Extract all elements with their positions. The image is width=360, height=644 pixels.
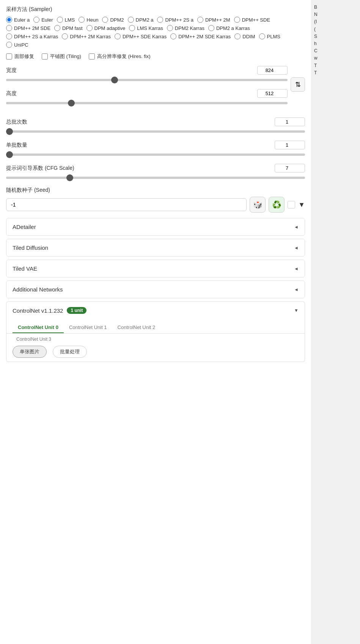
- sampler-radio-lms[interactable]: [57, 17, 63, 23]
- batch-size-value[interactable]: [275, 141, 305, 149]
- sampler-radio-euler_a[interactable]: [6, 17, 12, 23]
- sampler-radio-dpmfast[interactable]: [54, 25, 60, 31]
- sampler-radio-unipc[interactable]: [6, 42, 12, 48]
- cfg-scale-slider[interactable]: [6, 177, 305, 179]
- sampler-option-plms[interactable]: PLMS: [259, 33, 280, 39]
- sampler-option-dpmpp2sa[interactable]: DPM++ 2S a: [157, 17, 193, 23]
- controlnet-subtab-unit3[interactable]: ControlNet Unit 3: [13, 335, 55, 343]
- sampler-radio-heun[interactable]: [79, 17, 85, 23]
- sampler-radio-dpm2[interactable]: [102, 17, 108, 23]
- controlnet-sub-tabs: ControlNet Unit 3: [6, 334, 305, 343]
- height-value[interactable]: [257, 89, 288, 98]
- accordion-header-tiled_vae[interactable]: Tiled VAE ◄: [6, 260, 305, 277]
- recycle-button[interactable]: ♻️: [269, 197, 285, 213]
- accordion-label-tiled_diffusion: Tiled Diffusion: [13, 244, 48, 251]
- checkbox-face_restore[interactable]: 面部修复: [6, 53, 34, 60]
- width-section: 宽度: [6, 66, 288, 84]
- height-slider[interactable]: [6, 102, 288, 104]
- batch-count-slider[interactable]: [6, 130, 305, 133]
- sampler-radio-dpm2akarras[interactable]: [208, 25, 214, 31]
- sampler-radio-dpm2karras[interactable]: [167, 25, 173, 31]
- controlnet-mode-batch[interactable]: 批量处理: [53, 346, 87, 358]
- controlnet-tabs: ControlNet Unit 0ControlNet Unit 1Contro…: [6, 319, 305, 334]
- sampler-option-dpmpp2m[interactable]: DPM++ 2M: [197, 17, 230, 23]
- sampler-radio-dpmpp2sakarras[interactable]: [6, 33, 12, 39]
- checkbox-input-hires_fix[interactable]: [89, 53, 95, 60]
- sampler-option-euler_a[interactable]: Euler a: [6, 17, 30, 23]
- seed-checkbox[interactable]: [288, 201, 295, 208]
- checkbox-input-face_restore[interactable]: [6, 53, 12, 60]
- width-value[interactable]: [257, 66, 288, 75]
- controlnet-tab-unit0[interactable]: ControlNet Unit 0: [13, 322, 64, 333]
- sampler-radio-dpmpp2sa[interactable]: [157, 17, 163, 23]
- batch-size-slider[interactable]: [6, 154, 305, 156]
- checkbox-tiling[interactable]: 平铺图 (Tiling): [42, 53, 81, 60]
- accordion-adetailer: ADetailer ◄: [6, 218, 305, 236]
- checkbox-input-tiling[interactable]: [42, 53, 48, 60]
- sampler-option-dpmpp2sakarras[interactable]: DPM++ 2S a Karras: [6, 33, 58, 39]
- height-header: 高度: [6, 89, 288, 98]
- accordion-header-additional_networks[interactable]: Additional Networks ◄: [6, 281, 305, 298]
- sampler-option-dpm2akarras[interactable]: DPM2 a Karras: [208, 25, 250, 31]
- sampler-radio-dpm2a[interactable]: [128, 17, 134, 23]
- dice-button[interactable]: 🎲: [250, 197, 266, 213]
- sampler-option-ddim[interactable]: DDIM: [234, 33, 255, 39]
- accordion-arrow-adetailer: ◄: [294, 224, 299, 230]
- controlnet-header[interactable]: ControlNet v1.1.232 1 unit ▼: [6, 301, 305, 319]
- cfg-scale-header: 提示词引导系数 (CFG Scale): [6, 164, 305, 172]
- width-slider[interactable]: [6, 79, 288, 81]
- sampler-option-dpmpp2msde[interactable]: DPM++ 2M SDE: [6, 25, 50, 31]
- side-panel: BN(I(ShCwTT: [311, 0, 360, 644]
- sampler-radio-dpmppsde[interactable]: [234, 17, 240, 23]
- checkbox-label-face_restore: 面部修复: [14, 53, 34, 60]
- sampler-option-euler[interactable]: Euler: [33, 17, 53, 23]
- checkbox-hires_fix[interactable]: 高分辨率修复 (Hires. fix): [89, 53, 151, 60]
- batch-count-value[interactable]: [275, 118, 305, 126]
- accordion-header-adetailer[interactable]: ADetailer ◄: [6, 218, 305, 235]
- sampler-label-dpm2a: DPM2 a: [136, 17, 154, 23]
- sampler-radio-lmskarras[interactable]: [129, 25, 135, 31]
- controlnet-tab-unit1[interactable]: ControlNet Unit 1: [64, 322, 112, 333]
- sampler-option-unipc[interactable]: UniPC: [6, 42, 28, 48]
- sampler-option-dpm2[interactable]: DPM2: [102, 17, 124, 23]
- sampler-option-lms[interactable]: LMS: [57, 17, 75, 23]
- sampler-radio-dpmpp2msdekarras[interactable]: [170, 33, 176, 39]
- sampler-label-dpmpp2sakarras: DPM++ 2S a Karras: [14, 34, 58, 39]
- sampler-label-dpmppsdekarras: DPM++ SDE Karras: [123, 34, 167, 39]
- sampler-radio-plms[interactable]: [259, 33, 265, 39]
- sampler-radio-dpmpp2mkarras[interactable]: [62, 33, 68, 39]
- accordion-header-tiled_diffusion[interactable]: Tiled Diffusion ◄: [6, 239, 305, 256]
- sampler-option-heun[interactable]: Heun: [79, 17, 98, 23]
- sampler-option-dpmfast[interactable]: DPM fast: [54, 25, 82, 31]
- sampler-radio-euler[interactable]: [33, 17, 39, 23]
- sampler-option-dpmppsde[interactable]: DPM++ SDE: [234, 17, 270, 23]
- controlnet-arrow: ▼: [294, 308, 299, 313]
- sampler-radio-dpmppsdekarras[interactable]: [115, 33, 121, 39]
- sampler-option-lmskarras[interactable]: LMS Karras: [129, 25, 163, 31]
- sampler-radio-dpmadaptive[interactable]: [86, 25, 93, 31]
- sampler-label-dpmpp2msde: DPM++ 2M SDE: [14, 25, 50, 31]
- sampler-label: 采样方法 (Sampler): [6, 6, 305, 13]
- sampler-option-dpmpp2mkarras[interactable]: DPM++ 2M Karras: [62, 33, 111, 39]
- batch-count-section: 总批次数: [6, 118, 305, 135]
- sampler-option-dpm2a[interactable]: DPM2 a: [128, 17, 154, 23]
- sampler-radio-ddim[interactable]: [234, 33, 241, 39]
- sampler-option-dpm2karras[interactable]: DPM2 Karras: [167, 25, 204, 31]
- controlnet-mode-single[interactable]: 单张图片: [13, 346, 47, 358]
- sampler-radio-dpmpp2m[interactable]: [197, 17, 203, 23]
- sampler-option-dpmppsdekarras[interactable]: DPM++ SDE Karras: [115, 33, 167, 39]
- wh-sliders: 宽度 高度: [6, 66, 288, 112]
- cfg-scale-value[interactable]: [275, 164, 305, 172]
- sampler-option-dpmadaptive[interactable]: DPM adaptive: [86, 25, 126, 31]
- seed-dropdown-arrow[interactable]: ▼: [298, 201, 305, 209]
- seed-input[interactable]: [6, 198, 247, 211]
- sampler-option-dpmpp2msdekarras[interactable]: DPM++ 2M SDE Karras: [170, 33, 231, 39]
- controlnet-badge: 1 unit: [67, 307, 86, 314]
- sampler-radio-dpmpp2msde[interactable]: [6, 25, 12, 31]
- accordion-label-adetailer: ADetailer: [13, 224, 36, 230]
- sampler-label-dpmpp2msdekarras: DPM++ 2M SDE Karras: [178, 34, 231, 39]
- sidebar-text: (: [314, 26, 357, 33]
- width-header: 宽度: [6, 66, 288, 75]
- swap-wh-button[interactable]: ⇅: [291, 77, 305, 92]
- controlnet-tab-unit2[interactable]: ControlNet Unit 2: [112, 322, 161, 333]
